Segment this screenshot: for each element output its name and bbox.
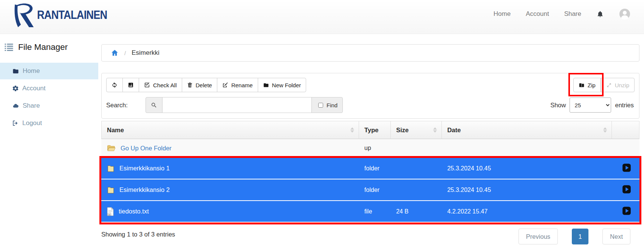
sidebar-title-label: File Manager xyxy=(18,42,68,52)
main-content: / Esimerkki xyxy=(98,34,644,244)
file-name: tiedosto.txt xyxy=(119,208,149,215)
previous-page-button[interactable]: Previous xyxy=(519,229,558,244)
sidebar-item-logout[interactable]: Logout xyxy=(0,115,98,131)
entries-status: Showing 1 to 3 of 3 entries xyxy=(101,229,175,238)
entries-label: entries xyxy=(615,102,634,109)
show-label: Show xyxy=(550,102,566,109)
topnav-account[interactable]: Account xyxy=(526,10,549,18)
topnav-home[interactable]: Home xyxy=(494,10,511,18)
zip-label: Zip xyxy=(588,82,596,88)
expand-icon xyxy=(606,82,612,88)
delete-button[interactable]: Delete xyxy=(182,78,217,92)
page-1-button[interactable]: 1 xyxy=(572,229,588,244)
sidebar-item-label: Share xyxy=(23,102,40,110)
logout-icon xyxy=(12,120,19,127)
open-action-icon[interactable] xyxy=(622,163,632,173)
file-name: Esimerkkikansio 2 xyxy=(119,186,170,193)
avatar[interactable] xyxy=(619,8,630,20)
text-file-icon: txt xyxy=(107,207,114,216)
cloud-icon xyxy=(12,103,19,109)
search-addon xyxy=(146,97,163,113)
sidebar-item-label: Logout xyxy=(22,119,42,127)
file-actions-panel: Check All Delete Rename xyxy=(101,73,639,119)
check-square-icon xyxy=(144,82,150,88)
open-action-icon[interactable] xyxy=(622,184,632,194)
column-header-size[interactable]: Size xyxy=(391,121,442,139)
page-size-select[interactable]: 25 xyxy=(570,97,611,113)
column-header-actions xyxy=(612,121,639,139)
file-table-wrap: Name Type Size Date xyxy=(101,121,639,222)
next-page-button[interactable]: Next xyxy=(602,229,630,244)
check-all-button[interactable]: Check All xyxy=(139,78,182,92)
find-checkbox[interactable] xyxy=(318,103,323,108)
search-input[interactable] xyxy=(162,97,312,113)
zip-button[interactable]: Zip xyxy=(573,78,601,92)
sort-icon xyxy=(433,127,437,133)
top-nav: Home Account Share xyxy=(494,0,630,20)
check-all-label: Check All xyxy=(153,82,177,88)
open-action-icon[interactable] xyxy=(622,206,632,216)
refresh-button[interactable] xyxy=(106,78,123,92)
unzip-label: Unzip xyxy=(615,82,629,88)
table-row-folder-1[interactable]: Esimerkkikansio 1 folder 25.3.2024 10.45 xyxy=(101,157,639,179)
sort-icon xyxy=(603,127,607,133)
toolbar: Check All Delete Rename xyxy=(106,78,635,92)
brand-logo[interactable]: RANTALAINEN xyxy=(11,0,117,28)
rantalainen-r-icon xyxy=(11,2,34,28)
refresh-icon xyxy=(111,82,118,88)
topnav-share[interactable]: Share xyxy=(564,10,581,18)
zip-wrap: Zip xyxy=(573,78,601,92)
list-icon xyxy=(4,43,14,52)
column-header-date[interactable]: Date xyxy=(442,121,612,139)
bell-icon[interactable] xyxy=(596,10,604,18)
sidebar: File Manager Home Account Share xyxy=(0,34,98,244)
delete-label: Delete xyxy=(196,82,212,88)
find-label: Find xyxy=(327,102,337,108)
table-row-go-up[interactable]: Go Up One Folder up xyxy=(101,139,639,157)
toolbar-left-group: Check All Delete Rename xyxy=(106,78,306,92)
table-header-row: Name Type Size Date xyxy=(101,121,639,139)
column-header-type[interactable]: Type xyxy=(359,121,391,139)
column-header-name[interactable]: Name xyxy=(101,121,359,139)
breadcrumb: / Esimerkki xyxy=(101,44,639,62)
sidebar-title: File Manager xyxy=(0,42,98,52)
folder-icon xyxy=(107,164,115,173)
edit-icon xyxy=(222,82,228,88)
breadcrumb-separator: / xyxy=(124,50,126,56)
sidebar-item-share[interactable]: Share xyxy=(0,97,98,114)
image-icon xyxy=(128,82,134,88)
sidebar-menu: Home Account Share Logout xyxy=(0,63,98,131)
folder-open-icon xyxy=(107,144,116,152)
sidebar-item-account[interactable]: Account xyxy=(0,80,98,97)
file-link[interactable]: Go Up One Folder xyxy=(121,145,172,152)
home-icon[interactable] xyxy=(111,49,119,57)
search-icon xyxy=(151,102,157,108)
search-input-group: Find xyxy=(146,97,343,113)
table-footer: Showing 1 to 3 of 3 entries Previous 1 N… xyxy=(101,229,639,244)
search-label: Search: xyxy=(106,102,146,109)
pagination: Previous 1 Next xyxy=(519,229,634,244)
folder-icon xyxy=(12,68,19,74)
trash-icon xyxy=(187,82,193,88)
folder-icon xyxy=(107,186,115,194)
gear-icon xyxy=(12,85,19,92)
search-row: Search: Find Show xyxy=(106,97,635,113)
sort-icon xyxy=(350,127,354,133)
table-row-folder-2[interactable]: Esimerkkikansio 2 folder 25.3.2024 10.45 xyxy=(101,179,639,200)
thumbnails-button[interactable] xyxy=(122,78,139,92)
new-folder-label: New Folder xyxy=(272,82,301,88)
zip-archive-icon xyxy=(579,82,585,88)
sidebar-item-label: Home xyxy=(23,67,40,75)
table-row-file-txt[interactable]: txt tiedosto.txt file 24 B 4.2.2022 15.4… xyxy=(101,200,639,222)
new-folder-button[interactable]: New Folder xyxy=(258,78,307,92)
file-table: Name Type Size Date xyxy=(101,121,639,222)
rename-button[interactable]: Rename xyxy=(217,78,258,92)
brand-name: RANTALAINEN xyxy=(37,8,107,22)
svg-text:txt: txt xyxy=(108,213,111,215)
toolbar-right-group: Zip Unzip xyxy=(573,78,635,92)
sidebar-item-label: Account xyxy=(22,85,45,92)
sidebar-item-home[interactable]: Home xyxy=(0,63,98,79)
show-entries: Show 25 entries xyxy=(550,97,634,113)
unzip-button[interactable]: Unzip xyxy=(601,78,635,92)
folder-icon xyxy=(263,82,269,88)
